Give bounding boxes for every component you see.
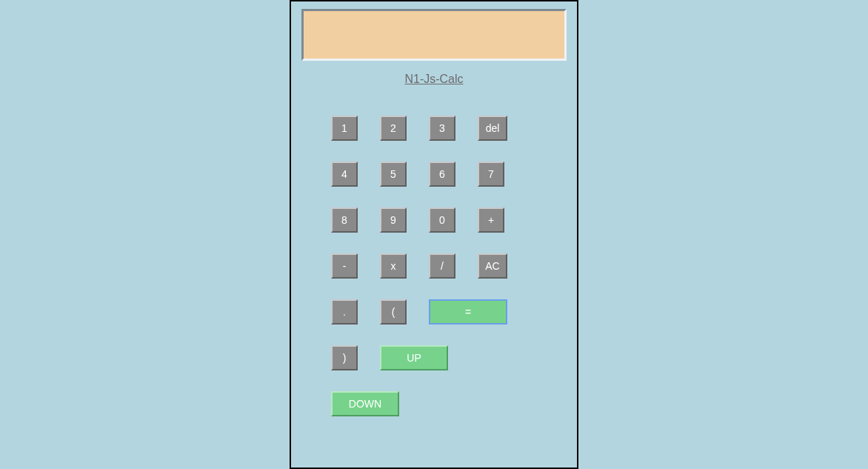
keypad-row-5: . ( = <box>301 299 567 325</box>
digit-1-button[interactable]: 1 <box>331 116 358 141</box>
keypad-row-1: 1 2 3 del <box>301 116 567 141</box>
keypad-row-4: - x / AC <box>301 253 567 279</box>
delete-button[interactable]: del <box>478 116 507 141</box>
keypad-row-2: 4 5 6 7 <box>301 162 567 187</box>
title-link[interactable]: N1-Js-Calc <box>404 73 463 85</box>
up-button[interactable]: UP <box>380 345 448 370</box>
decimal-button[interactable]: . <box>331 299 358 325</box>
multiply-button[interactable]: x <box>380 253 407 279</box>
down-button[interactable]: DOWN <box>331 391 399 416</box>
close-paren-button[interactable]: ) <box>331 345 358 370</box>
calculator-display <box>301 9 567 61</box>
digit-2-button[interactable]: 2 <box>380 116 407 141</box>
calculator-frame: N1-Js-Calc 1 2 3 del 4 5 6 7 8 9 0 + - x… <box>290 0 578 469</box>
all-clear-button[interactable]: AC <box>478 253 507 279</box>
divide-button[interactable]: / <box>429 253 455 279</box>
equals-button[interactable]: = <box>429 299 507 325</box>
digit-3-button[interactable]: 3 <box>429 116 455 141</box>
page-title: N1-Js-Calc <box>301 73 567 86</box>
digit-0-button[interactable]: 0 <box>429 207 455 233</box>
keypad-row-6: ) UP <box>301 345 567 370</box>
open-paren-button[interactable]: ( <box>380 299 407 325</box>
keypad-row-3: 8 9 0 + <box>301 207 567 233</box>
digit-7-button[interactable]: 7 <box>478 162 504 187</box>
digit-5-button[interactable]: 5 <box>380 162 407 187</box>
plus-button[interactable]: + <box>478 207 504 233</box>
digit-9-button[interactable]: 9 <box>380 207 407 233</box>
minus-button[interactable]: - <box>331 253 358 279</box>
digit-4-button[interactable]: 4 <box>331 162 358 187</box>
keypad-row-7: DOWN <box>301 391 567 416</box>
digit-6-button[interactable]: 6 <box>429 162 455 187</box>
digit-8-button[interactable]: 8 <box>331 207 358 233</box>
